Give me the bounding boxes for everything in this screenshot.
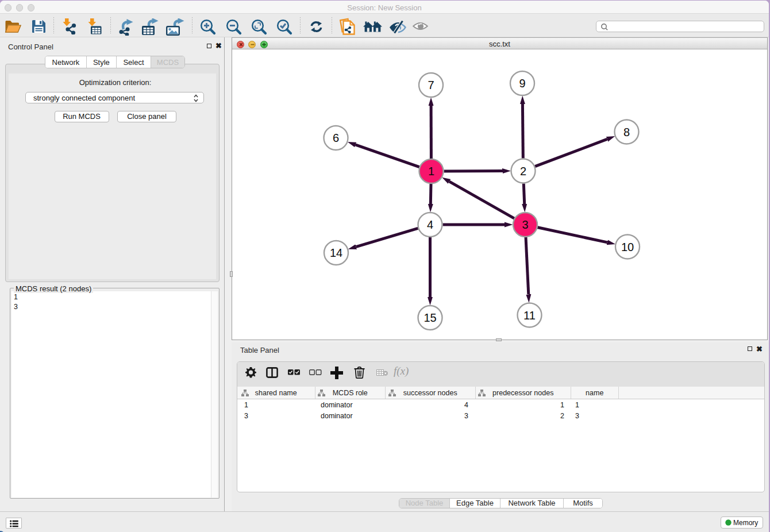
svg-text:15: 15: [424, 311, 436, 324]
svg-text:4: 4: [427, 218, 433, 231]
svg-text:8: 8: [623, 126, 630, 138]
svg-text:14: 14: [330, 246, 342, 259]
svg-text:11: 11: [523, 309, 536, 322]
svg-text:3: 3: [522, 218, 528, 231]
svg-text:7: 7: [428, 79, 434, 91]
svg-text:2: 2: [520, 165, 526, 178]
svg-text:9: 9: [519, 77, 525, 90]
svg-text:1: 1: [428, 165, 434, 178]
svg-text:6: 6: [333, 132, 339, 144]
svg-text:10: 10: [621, 241, 634, 253]
